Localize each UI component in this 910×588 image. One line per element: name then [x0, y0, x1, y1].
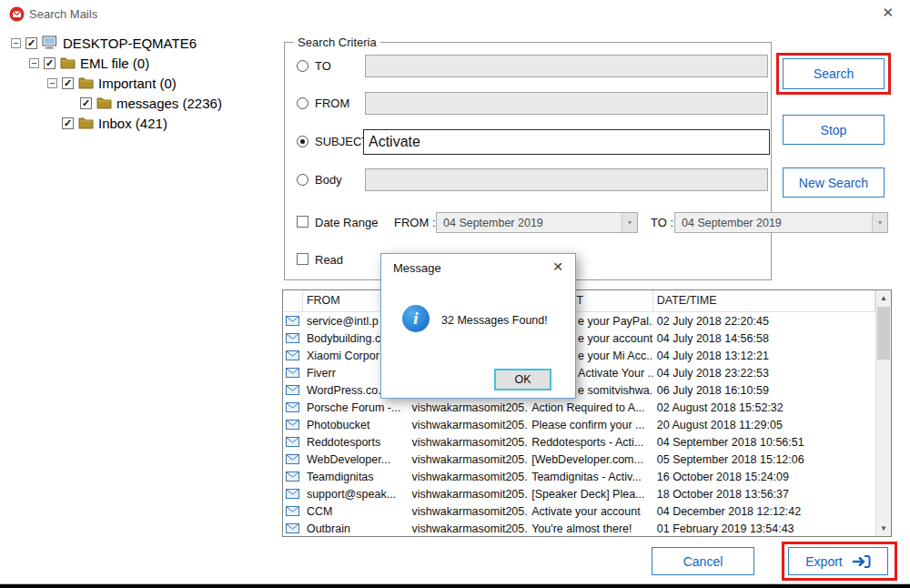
cell-from: Teamdignitas: [303, 471, 409, 483]
tree-checkbox[interactable]: ✓: [80, 97, 92, 109]
criteria-row-subject: SUBJECT: [285, 129, 771, 155]
cell-from: Photobucket: [303, 419, 409, 431]
read-checkbox[interactable]: [297, 253, 308, 265]
tree-item-label: Inbox (421): [98, 116, 167, 131]
vertical-scrollbar[interactable]: ▲ ▼: [875, 290, 891, 536]
cell-datetime: 16 October 2018 15:24:09: [653, 471, 875, 483]
mail-icon: [283, 350, 303, 360]
folder-icon: [78, 76, 94, 89]
field-label-subject: SUBJECT: [315, 135, 369, 148]
tree-checkbox[interactable]: ✓: [25, 37, 37, 49]
table-body: service@intl.pe your PayPal..02 July 201…: [283, 312, 875, 536]
radio-body[interactable]: [297, 174, 308, 186]
table-row[interactable]: Photobucketvishwakarmasomit205...Please …: [283, 416, 875, 433]
table-row[interactable]: Xiaomi Corpore your Mi Acc...04 July 201…: [283, 347, 875, 364]
table-row[interactable]: WordPress.co...e somitvishwa...06 July 2…: [283, 381, 875, 399]
tree-checkbox[interactable]: ✓: [62, 77, 74, 89]
scroll-down-icon[interactable]: ▼: [876, 521, 891, 536]
window-title: Search Mails: [29, 7, 97, 21]
table-row[interactable]: service@intl.pe your PayPal..02 July 201…: [283, 312, 875, 329]
criteria-row-from: FROM: [285, 91, 771, 117]
calendar-dropdown-icon: ▾: [872, 213, 887, 232]
date-to-value: 04 September 2019: [682, 217, 782, 229]
tree-checkbox[interactable]: ✓: [62, 117, 74, 129]
cell-datetime: 06 July 2018 16:10:59: [653, 384, 875, 397]
cell-to: vishwakarmasomit205...: [409, 419, 529, 431]
export-button-label: Export: [805, 554, 842, 569]
mail-icon: [283, 368, 303, 378]
new-search-button[interactable]: New Search: [783, 167, 885, 198]
folder-icon: [60, 56, 76, 69]
app-logo-icon: [9, 6, 25, 22]
mail-icon: [283, 316, 303, 326]
table-row[interactable]: CCMvishwakarmasomit205...Activate your a…: [283, 502, 875, 520]
taskbar-edge: [0, 583, 910, 588]
search-button[interactable]: Search: [783, 58, 885, 89]
table-row[interactable]: WebDeveloper...vishwakarmasomit205...[We…: [283, 451, 875, 468]
cell-datetime: 04 December 2018 12:12:42: [653, 505, 875, 518]
cell-datetime: 05 September 2018 15:12:06: [653, 453, 875, 466]
tree-item-important-0[interactable]: −✓Important (0): [7, 73, 277, 93]
window-close-icon[interactable]: ✕: [882, 5, 894, 21]
tree-item-inbox-421[interactable]: ✓Inbox (421): [7, 113, 277, 133]
collapse-toggle-icon[interactable]: −: [29, 58, 39, 68]
computer-icon: [42, 35, 58, 50]
stop-button[interactable]: Stop: [783, 115, 885, 145]
table-row[interactable]: Teamdignitasvishwakarmasomit205...Teamdi…: [283, 468, 875, 485]
cell-to: vishwakarmasomit205...: [409, 401, 529, 414]
scroll-up-icon[interactable]: ▲: [876, 290, 891, 306]
export-arrow-icon: [851, 554, 871, 569]
collapse-toggle-icon[interactable]: −: [47, 78, 57, 88]
dialog-close-icon[interactable]: ✕: [552, 259, 563, 274]
tree-item-messages-2236[interactable]: ✓messages (2236): [7, 93, 277, 113]
table-row[interactable]: Reddotesportsvishwakarmasomit205...Reddo…: [283, 433, 875, 451]
mail-icon: [283, 471, 303, 482]
tree-item-label: messages (2236): [116, 96, 222, 111]
radio-subject[interactable]: [297, 136, 308, 147]
cell-subject: [WebDeveloper.com...: [528, 453, 653, 466]
criteria-row-to: TO: [285, 54, 771, 79]
to-input: [365, 55, 768, 77]
subject-input[interactable]: [363, 129, 770, 155]
field-label-from: FROM: [315, 96, 349, 110]
table-row[interactable]: FiverrActivate Your ...04 July 2018 23:2…: [283, 364, 875, 381]
ok-button[interactable]: OK: [494, 369, 551, 390]
date-range-checkbox[interactable]: [297, 216, 308, 228]
date-from-value: 04 September 2019: [443, 217, 543, 229]
tree-item-eml-file-0[interactable]: −✓EML file (0): [7, 53, 277, 73]
search-criteria-group: Search Criteria TOFROMSUBJECTBody Date R…: [284, 42, 772, 280]
cell-from: support@speak...: [303, 488, 409, 501]
radio-to[interactable]: [297, 60, 308, 72]
tree-checkbox[interactable]: ✓: [44, 57, 56, 69]
table-row[interactable]: Bodybuilding.ce your account04 July 2018…: [283, 329, 875, 347]
export-button[interactable]: Export: [788, 547, 888, 575]
body-input: [365, 168, 768, 191]
cell-datetime: 04 July 2018 13:12:21: [653, 350, 875, 362]
cell-to: vishwakarmasomit205...: [409, 505, 529, 518]
cell-subject: Reddotesports - Acti...: [528, 436, 653, 449]
date-to-picker: 04 September 2019 ▾: [674, 212, 888, 233]
titlebar: Search Mails ✕: [0, 0, 910, 27]
tree-item-label: DESKTOP-EQMATE6: [63, 35, 197, 51]
cell-to: vishwakarmasomit205...: [409, 453, 529, 466]
cell-subject: Please confirm your ...: [528, 419, 653, 431]
cell-to: vishwakarmasomit205...: [409, 436, 529, 449]
cancel-button[interactable]: Cancel: [652, 547, 754, 575]
cell-to: vishwakarmasomit205...: [409, 471, 529, 483]
cell-subject: You're almost there!: [528, 522, 653, 535]
radio-from[interactable]: [297, 97, 308, 109]
results-table: FROMTOSUBJECTDATE/TIME service@intl.pe y…: [282, 289, 892, 537]
column-header-icon[interactable]: [283, 290, 303, 311]
scrollbar-thumb[interactable]: [877, 307, 890, 360]
table-row[interactable]: Outbrainvishwakarmasomit205...You're alm…: [283, 520, 875, 536]
collapse-toggle-icon[interactable]: −: [11, 38, 21, 48]
cell-datetime: 18 October 2018 13:56:37: [653, 488, 875, 501]
tree-item-desktop-eqmate6[interactable]: −✓DESKTOP-EQMATE6: [7, 33, 277, 53]
cell-datetime: 04 July 2018 23:22:53: [653, 367, 875, 380]
column-header-date-time[interactable]: DATE/TIME: [653, 290, 875, 311]
expand-slot: [47, 117, 60, 128]
table-row[interactable]: Porsche Forum -...vishwakarmasomit205...…: [283, 399, 875, 416]
dialog-title: Message: [393, 261, 441, 275]
info-icon: i: [402, 305, 430, 332]
table-row[interactable]: support@speak...vishwakarmasomit205...[S…: [283, 485, 875, 502]
